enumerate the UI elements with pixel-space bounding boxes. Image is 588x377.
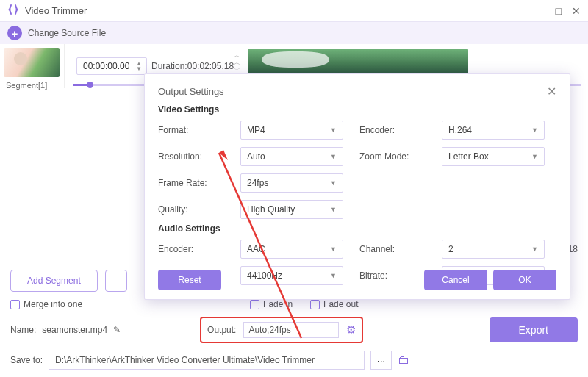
resolution-select[interactable]: Auto▼ [240,147,343,166]
open-folder-icon[interactable]: 🗀 [398,353,409,367]
framerate-select[interactable]: 24fps▼ [240,173,343,193]
name-value: seamonster.mp4 [42,325,107,335]
encoder-video-label: Encoder: [359,125,426,135]
quality-label: Quality: [158,204,224,215]
merge-checkbox[interactable]: Merge into one [10,299,82,309]
minimize-button[interactable]: — [535,5,545,17]
timeline-playhead[interactable] [87,82,93,88]
change-source-label[interactable]: Change Source File [28,28,106,38]
close-window-button[interactable]: ✕ [572,5,581,17]
saveto-label: Save to: [10,355,43,365]
titlebar: Video Trimmer — □ ✕ [0,0,588,22]
window-title: Video Trimmer [25,5,87,16]
secondary-button[interactable] [105,270,127,292]
segment-list: Segment[1] [0,44,65,88]
zoom-label: Zoom Mode: [359,151,426,162]
output-settings-modal: Output Settings ✕ Video Settings Format:… [144,73,570,300]
duration-label: Duration: [151,61,187,71]
video-settings-header: Video Settings [158,104,556,115]
browse-button[interactable]: ··· [370,351,392,370]
framerate-label: Frame Rate: [158,178,224,188]
cancel-button[interactable]: Cancel [424,270,487,290]
format-select[interactable]: MP4▼ [240,121,343,140]
ok-button[interactable]: OK [493,270,556,290]
saveto-path[interactable] [49,351,365,370]
output-value-field[interactable] [243,322,339,338]
add-source-button[interactable]: + [7,26,22,40]
encoder-audio-label: Encoder: [158,244,224,254]
reset-button[interactable]: Reset [158,270,221,290]
add-segment-button[interactable]: Add Segment [10,270,98,292]
encoder-audio-select[interactable]: AAC▼ [240,240,343,259]
resolution-label: Resolution: [158,151,224,162]
maximize-button[interactable]: □ [556,5,562,17]
format-label: Format: [158,125,224,135]
quality-select[interactable]: High Quality▼ [240,200,343,219]
gear-icon[interactable]: ⚙ [346,323,356,337]
output-label: Output: [207,325,236,335]
duration-value: 00:02:05.18 [187,61,234,71]
channel-label: Channel: [359,244,426,254]
modal-title: Output Settings [158,86,224,97]
pencil-icon[interactable]: ✎ [113,325,121,335]
start-time-field[interactable]: ▲▼ [76,57,147,75]
app-logo-icon [7,4,19,18]
output-box: Output: ⚙ [200,317,363,343]
encoder-video-select[interactable]: H.264▼ [442,121,545,140]
source-bar: + Change Source File [0,22,588,44]
fadein-checkbox[interactable]: Fade in [250,299,293,309]
start-time-input[interactable] [82,60,136,72]
audio-settings-header: Audio Settings [158,223,556,234]
svg-point-1 [16,9,18,11]
export-button[interactable]: Export [490,317,578,342]
segment-thumbnail[interactable] [4,48,60,77]
svg-point-0 [9,9,11,11]
fadeout-checkbox[interactable]: Fade out [310,299,358,309]
channel-select[interactable]: 2▼ [442,240,545,259]
start-time-spinner[interactable]: ▲▼ [136,61,142,71]
segment-label: Segment[1] [0,81,64,90]
close-icon[interactable]: ✕ [547,85,556,98]
zoom-select[interactable]: Letter Box▼ [442,147,545,166]
name-label: Name: [10,325,36,335]
